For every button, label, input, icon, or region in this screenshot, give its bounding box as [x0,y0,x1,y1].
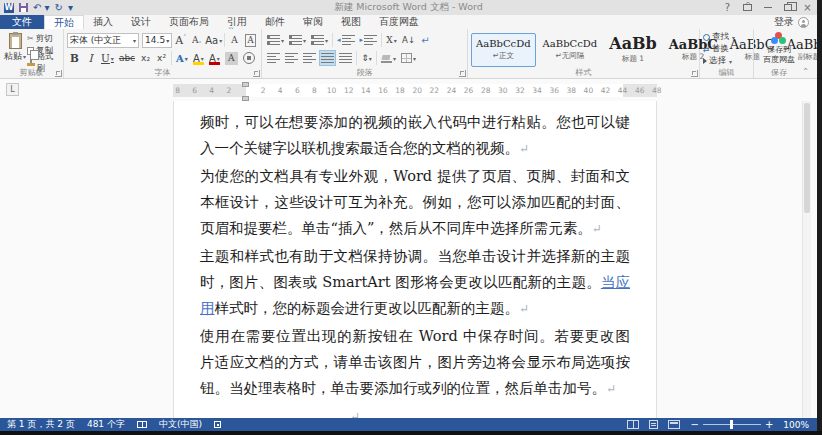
cursor-arrow-icon [703,58,707,64]
word-count-status[interactable]: 481 个字 [87,418,125,431]
save-icon[interactable] [19,3,28,12]
bullets-button[interactable]: ▾ [265,32,286,48]
styles-dialog-launcher[interactable] [691,70,698,77]
italic-button[interactable]: I [83,50,98,66]
read-mode-icon[interactable] [627,420,639,429]
highlight-button[interactable]: A▾ [191,50,206,66]
style-gallery-item[interactable]: AaBb标题 1 [604,33,662,67]
ribbon-tab[interactable]: 开始 [44,15,84,29]
bold-button[interactable]: B [67,50,82,66]
format-painter-button[interactable]: 格式刷 [27,57,60,68]
zoom-slider-thumb[interactable] [730,420,733,429]
redo-icon[interactable]: ↻ [55,3,63,13]
group-save: 保存到百度网盘 保存 [754,29,804,78]
zoom-slider[interactable] [703,424,761,425]
show-marks-button[interactable]: ↵ [418,32,433,48]
superscript-button[interactable]: x² [154,50,169,66]
zoom-out-icon[interactable]: − [690,420,698,429]
clipboard-group-label: 剪贴板 [0,68,63,78]
numbering-button[interactable]: ▾ [287,32,308,48]
qat-customize-icon[interactable]: ▾ [68,3,73,13]
increase-indent-button[interactable]: ▸ [358,32,380,48]
paragraph[interactable]: 频时，可以在想要添加的视频的嵌入代码中进行粘贴。您也可以键入一个关键字以联机搜索… [200,109,630,161]
subscript-button[interactable]: x₂ [138,50,153,66]
replace-button[interactable]: ⇄ 替换 [703,43,750,55]
ruler-number: 36 [547,84,561,97]
ribbon-tab[interactable]: 设计 [122,15,160,29]
text-effects-button[interactable]: A▾ [174,50,190,66]
multilevel-list-button[interactable]: ▾ [309,32,330,48]
save-to-netdisk-button[interactable]: 保存到百度网盘 [763,45,795,64]
shading-button[interactable]: ▾ [379,50,398,66]
zoom-percentage[interactable]: 100% [783,420,809,430]
sort-button[interactable]: A↓ [400,32,417,48]
align-right-button[interactable] [301,50,318,66]
language-status[interactable]: 中文(中国) [159,418,202,431]
character-shading-button[interactable]: A [223,50,240,66]
word-logo-icon[interactable]: W [4,3,14,13]
vertical-scrollbar[interactable] [802,101,811,418]
restore-icon[interactable] [778,1,797,15]
justify-button[interactable] [319,50,336,66]
page-number-status[interactable]: 第 1 页，共 2 页 [7,418,75,431]
distribute-button[interactable] [337,50,354,66]
font-size-combo[interactable]: 14.5▾ [142,33,172,48]
clipboard-dialog-launcher[interactable] [55,70,62,77]
find-button[interactable]: 查找▾ [703,31,750,43]
character-border-button[interactable]: A [243,32,258,48]
font-dialog-launcher[interactable] [253,70,260,77]
asian-layout-button[interactable]: X▾ [384,32,399,48]
change-case-button[interactable]: Aa▾ [205,32,222,48]
phonetic-guide-button[interactable]: A [227,32,242,48]
paragraph[interactable]: 主题和样式也有助于文档保持协调。当您单击设计并选择新的主题时，图片、图表或 Sm… [200,243,630,321]
macro-record-icon[interactable] [214,421,221,428]
sign-in[interactable]: 登录 [774,15,817,29]
cut-button[interactable]: ✂ 剪切 [27,33,60,44]
document-page[interactable]: 频时，可以在想要添加的视频的嵌入代码中进行粘贴。您也可以键入一个关键字以联机搜索… [173,101,657,418]
tab-stop-selector[interactable]: L [6,83,19,96]
minimize-icon[interactable] [758,1,777,15]
paragraph[interactable]: ↵ [200,403,630,418]
first-line-indent-marker[interactable] [242,82,249,87]
zoom-in-icon[interactable]: + [765,420,773,429]
paste-button[interactable]: 粘贴▾ [3,31,27,68]
ribbon-tab[interactable]: 页面布局 [160,15,218,29]
line-spacing-button[interactable]: ⇕▾ [359,50,374,66]
style-gallery-item[interactable]: AaBbCcDd↵无间隔 [538,33,603,67]
align-left-button[interactable] [265,50,282,66]
text-segment: 片适应文档的方式，请单击该图片，图片旁边将会显示布局选项按 [200,354,630,370]
decrease-indent-button[interactable]: ◂ [335,32,357,48]
grow-font-button[interactable]: A [173,32,188,48]
align-center-button[interactable] [283,50,300,66]
ribbon-tab[interactable]: 视图 [332,15,370,29]
help-icon[interactable]: ? [718,1,737,15]
web-layout-icon[interactable] [668,420,680,429]
select-button[interactable]: 选择▾ [703,55,750,67]
font-color-button[interactable]: A▾ [207,50,222,66]
paragraph[interactable]: 使用在需要位置出现的新按钮在 Word 中保存时间。若要更改图片适应文档的方式，… [200,323,630,401]
proofing-status-icon[interactable] [137,421,147,428]
font-name-combo[interactable]: 宋体 (中文正▾ [67,33,139,48]
underline-button[interactable]: U▾ [99,50,116,66]
borders-button[interactable]: ▾ [399,50,418,66]
collapse-ribbon-icon[interactable]: ⌃ [802,67,809,76]
ribbon-tab[interactable]: 引用 [218,15,256,29]
shrink-font-button[interactable]: A [189,32,204,48]
scrollbar-thumb[interactable] [804,103,810,213]
enclose-characters-button[interactable] [241,50,257,66]
paragraph[interactable]: 为使您的文档具有专业外观，Word 提供了页眉、页脚、封面和文本框设计，这些设计… [200,163,630,241]
paragraph-dialog-launcher[interactable] [459,70,466,77]
tab-file[interactable]: 文件 [0,15,44,29]
baidu-netdisk-icon[interactable] [771,32,787,44]
ribbon-tab[interactable]: 插入 [84,15,122,29]
print-layout-icon[interactable] [649,420,658,429]
style-gallery-item[interactable]: AaBbCcDd↵正文 [471,33,536,67]
ribbon-tab[interactable]: 百度网盘 [370,15,428,29]
ribbon-display-options-icon[interactable] [738,1,757,15]
document-text[interactable]: 频时，可以在想要添加的视频的嵌入代码中进行粘贴。您也可以键入一个关键字以联机搜索… [174,101,656,418]
strikethrough-button[interactable]: abc [117,50,137,66]
close-icon[interactable]: × [798,1,817,15]
ribbon-tab[interactable]: 邮件 [256,15,294,29]
ribbon-tab[interactable]: 审阅 [294,15,332,29]
undo-icon[interactable]: ↶ ▾ [33,3,50,13]
